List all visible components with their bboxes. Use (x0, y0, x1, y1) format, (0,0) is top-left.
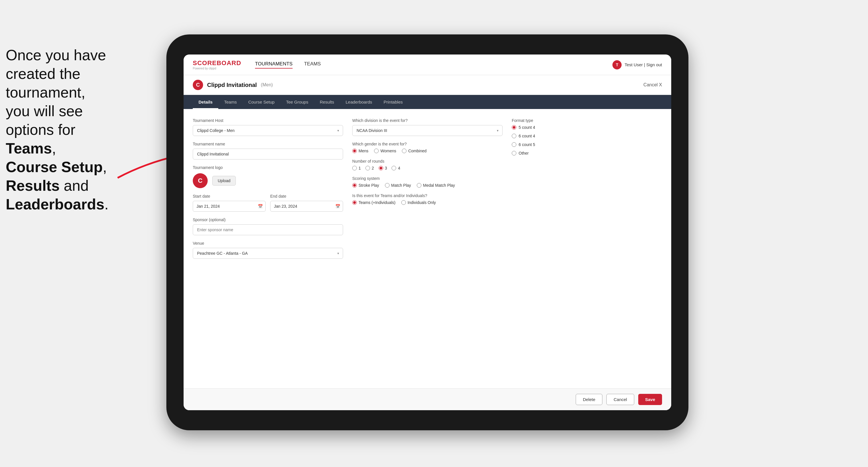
division-label: Which division is the event for? (352, 118, 502, 123)
teams-individuals-radio[interactable] (401, 200, 406, 205)
tournament-header: C Clippd Invitational (Men) Cancel X (184, 75, 671, 95)
tournament-logo-group: Tournament logo C Upload (193, 165, 343, 188)
end-date-label: End date (270, 194, 343, 198)
venue-group: Venue Peachtree GC - Atlanta - GA (193, 241, 343, 259)
rounds-1-radio[interactable] (352, 166, 357, 170)
start-date-label: Start date (193, 194, 266, 198)
format-options: 5 count 4 6 count 4 6 count 5 (512, 125, 662, 155)
form-footer: Delete Cancel Save (184, 388, 671, 410)
rounds-4-radio[interactable] (392, 166, 396, 170)
scoring-match-radio[interactable] (385, 183, 390, 188)
scoring-medal-label[interactable]: Medal Match Play (417, 183, 455, 188)
tournament-host-wrapper: Clippd College - Men (193, 125, 343, 136)
tab-printables[interactable]: Printables (378, 95, 408, 109)
end-date-input[interactable] (270, 201, 343, 212)
end-date-wrapper (270, 201, 343, 212)
gender-mens-label[interactable]: Mens (352, 149, 368, 153)
gender-group: Which gender is the event for? Mens Wome… (352, 142, 502, 153)
gender-mens-radio[interactable] (352, 149, 357, 153)
start-date-field: Start date (193, 194, 266, 212)
rounds-2-radio[interactable] (366, 166, 370, 170)
tournament-name-input[interactable] (193, 149, 343, 159)
upload-button[interactable]: Upload (212, 176, 236, 186)
rounds-4-label[interactable]: 4 (392, 166, 400, 170)
cancel-header-button[interactable]: Cancel X (643, 82, 662, 88)
date-group: Start date End date (193, 194, 343, 212)
format-6count4-radio[interactable] (512, 134, 516, 138)
tab-results[interactable]: Results (314, 95, 340, 109)
user-avatar: T (613, 60, 622, 69)
gender-label: Which gender is the event for? (352, 142, 502, 146)
rounds-radio-group: 1 2 3 4 (352, 166, 502, 170)
scoring-stroke-text: Stroke Play (359, 183, 379, 188)
rounds-2-label[interactable]: 2 (366, 166, 374, 170)
nav-links: TOURNAMENTS TEAMS (255, 61, 613, 68)
instruction-text: Once you have created the tournament, yo… (0, 46, 161, 214)
scoring-medal-radio[interactable] (417, 183, 422, 188)
rounds-1-label[interactable]: 1 (352, 166, 361, 170)
logo-title: SCOREBOARD (193, 59, 241, 67)
rounds-group: Number of rounds 1 2 (352, 159, 502, 170)
format-6count4-text: 6 count 4 (519, 134, 535, 138)
scoring-stroke-label[interactable]: Stroke Play (352, 183, 379, 188)
division-group: Which division is the event for? NCAA Di… (352, 118, 502, 136)
gender-radio-group: Mens Womens Combined (352, 149, 502, 153)
rounds-3-text: 3 (385, 166, 387, 170)
nav-tournaments[interactable]: TOURNAMENTS (255, 61, 292, 68)
rounds-3-radio[interactable] (379, 166, 383, 170)
tournament-host-select[interactable]: Clippd College - Men (193, 125, 343, 136)
gender-combined-radio[interactable] (402, 149, 406, 153)
tablet-frame: SCOREBOARD Powered by clippd TOURNAMENTS… (166, 34, 688, 430)
tab-details[interactable]: Details (193, 95, 218, 109)
tournament-host-group: Tournament Host Clippd College - Men (193, 118, 343, 136)
teams-radio-group: Teams (+Individuals) Individuals Only (352, 200, 502, 205)
teams-label: Is this event for Teams and/or Individua… (352, 193, 502, 198)
tab-course-setup[interactable]: Course Setup (242, 95, 280, 109)
venue-select[interactable]: Peachtree GC - Atlanta - GA (193, 248, 343, 259)
format-6count5-label[interactable]: 6 count 5 (512, 142, 662, 147)
delete-button[interactable]: Delete (576, 394, 602, 405)
rounds-3-label[interactable]: 3 (379, 166, 387, 170)
tournament-logo-label: Tournament logo (193, 165, 343, 170)
save-button[interactable]: Save (638, 394, 662, 405)
teams-teams-radio[interactable] (352, 200, 357, 205)
format-6count5-radio[interactable] (512, 142, 516, 147)
start-date-wrapper (193, 201, 266, 212)
scoring-label: Scoring system (352, 176, 502, 181)
format-5count4-radio[interactable] (512, 125, 516, 130)
gender-combined-label[interactable]: Combined (402, 149, 427, 153)
tournament-title-area: C Clippd Invitational (Men) (193, 80, 273, 90)
cancel-button[interactable]: Cancel (607, 394, 634, 405)
sponsor-input[interactable] (193, 224, 343, 235)
tab-leaderboards[interactable]: Leaderboards (340, 95, 378, 109)
rounds-1-text: 1 (359, 166, 361, 170)
rounds-label: Number of rounds (352, 159, 502, 163)
format-other-text: Other (519, 151, 529, 155)
teams-individuals-label[interactable]: Individuals Only (401, 200, 436, 205)
start-date-input[interactable] (193, 201, 266, 212)
right-column: Format type 5 count 4 6 count 4 (512, 118, 662, 259)
nav-teams[interactable]: TEAMS (304, 61, 321, 68)
scoring-stroke-radio[interactable] (352, 183, 357, 188)
tournament-name-label: Tournament name (193, 142, 343, 146)
tournament-name: Clippd Invitational (207, 82, 257, 88)
teams-teams-label[interactable]: Teams (+Individuals) (352, 200, 396, 205)
gender-womens-label[interactable]: Womens (374, 149, 396, 153)
tab-teams[interactable]: Teams (218, 95, 242, 109)
format-other-radio[interactable] (512, 151, 516, 155)
format-other-label[interactable]: Other (512, 151, 662, 155)
user-area: T Test User | Sign out (613, 60, 662, 69)
format-5count4-label[interactable]: 5 count 4 (512, 125, 662, 130)
format-group: Format type 5 count 4 6 count 4 (512, 118, 662, 155)
tab-tee-groups[interactable]: Tee Groups (280, 95, 314, 109)
tablet-screen: SCOREBOARD Powered by clippd TOURNAMENTS… (184, 55, 671, 410)
format-6count4-label[interactable]: 6 count 4 (512, 134, 662, 138)
scoring-match-label[interactable]: Match Play (385, 183, 411, 188)
format-6count5-text: 6 count 5 (519, 142, 535, 147)
division-select[interactable]: NCAA Division III (352, 125, 502, 136)
teams-group: Is this event for Teams and/or Individua… (352, 193, 502, 205)
gender-womens-radio[interactable] (374, 149, 379, 153)
user-text[interactable]: Test User | Sign out (624, 62, 662, 67)
logo-area: SCOREBOARD Powered by clippd (193, 59, 241, 70)
tournament-type: (Men) (261, 82, 273, 88)
